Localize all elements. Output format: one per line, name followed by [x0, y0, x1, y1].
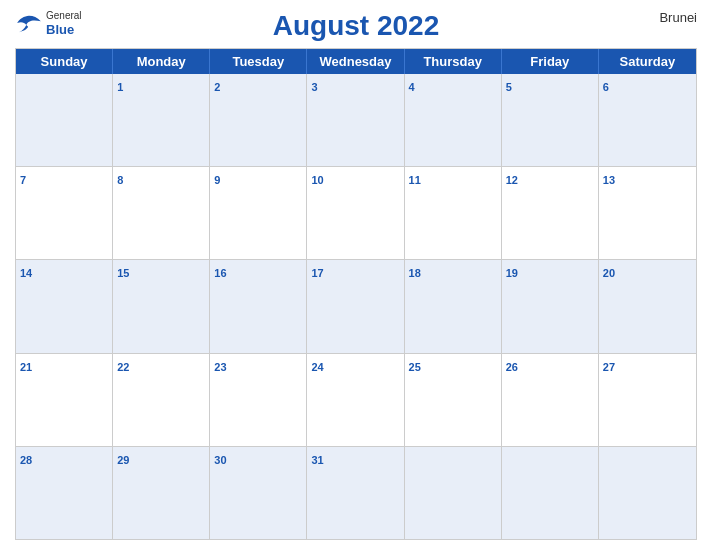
day-number: 9 — [214, 174, 220, 186]
calendar: SundayMondayTuesdayWednesdayThursdayFrid… — [15, 48, 697, 540]
day-header-sunday: Sunday — [16, 49, 113, 74]
week-row-1: 123456 — [16, 74, 696, 166]
logo: General Blue — [15, 10, 82, 38]
day-number: 23 — [214, 361, 226, 373]
day-cell: 10 — [307, 167, 404, 259]
day-cell: 12 — [502, 167, 599, 259]
day-number: 1 — [117, 81, 123, 93]
day-cell: 19 — [502, 260, 599, 352]
day-number: 25 — [409, 361, 421, 373]
day-cell: 28 — [16, 447, 113, 539]
week-row-4: 21222324252627 — [16, 353, 696, 446]
day-number: 29 — [117, 454, 129, 466]
day-number: 28 — [20, 454, 32, 466]
day-number: 21 — [20, 361, 32, 373]
day-header-tuesday: Tuesday — [210, 49, 307, 74]
day-cell: 16 — [210, 260, 307, 352]
page: General Blue August 2022 Brunei SundayMo… — [0, 0, 712, 550]
day-number: 2 — [214, 81, 220, 93]
day-number: 14 — [20, 267, 32, 279]
week-row-5: 28293031 — [16, 446, 696, 539]
day-number: 4 — [409, 81, 415, 93]
day-cell: 29 — [113, 447, 210, 539]
day-cell — [502, 447, 599, 539]
day-cell: 24 — [307, 354, 404, 446]
day-number: 13 — [603, 174, 615, 186]
day-cell: 13 — [599, 167, 696, 259]
day-number: 11 — [409, 174, 421, 186]
day-cell: 9 — [210, 167, 307, 259]
day-number: 26 — [506, 361, 518, 373]
day-cell: 25 — [405, 354, 502, 446]
day-header-monday: Monday — [113, 49, 210, 74]
day-number: 3 — [311, 81, 317, 93]
day-cell: 22 — [113, 354, 210, 446]
week-row-2: 78910111213 — [16, 166, 696, 259]
day-cell: 14 — [16, 260, 113, 352]
week-row-3: 14151617181920 — [16, 259, 696, 352]
logo-text: General Blue — [46, 10, 82, 38]
day-number: 22 — [117, 361, 129, 373]
day-cell: 26 — [502, 354, 599, 446]
day-headers: SundayMondayTuesdayWednesdayThursdayFrid… — [16, 49, 696, 74]
day-number: 19 — [506, 267, 518, 279]
day-cell: 18 — [405, 260, 502, 352]
day-number: 24 — [311, 361, 323, 373]
day-number: 30 — [214, 454, 226, 466]
day-cell: 7 — [16, 167, 113, 259]
day-number: 5 — [506, 81, 512, 93]
day-cell: 3 — [307, 74, 404, 166]
day-cell — [599, 447, 696, 539]
day-header-wednesday: Wednesday — [307, 49, 404, 74]
calendar-title: August 2022 — [273, 10, 440, 42]
day-number: 20 — [603, 267, 615, 279]
day-number: 6 — [603, 81, 609, 93]
day-number: 17 — [311, 267, 323, 279]
day-cell: 21 — [16, 354, 113, 446]
day-cell: 8 — [113, 167, 210, 259]
day-cell: 20 — [599, 260, 696, 352]
logo-general-text: General — [46, 10, 82, 22]
country-label: Brunei — [659, 10, 697, 25]
day-number: 18 — [409, 267, 421, 279]
day-number: 27 — [603, 361, 615, 373]
day-cell: 27 — [599, 354, 696, 446]
day-cell: 4 — [405, 74, 502, 166]
day-number: 10 — [311, 174, 323, 186]
day-number: 16 — [214, 267, 226, 279]
day-cell: 23 — [210, 354, 307, 446]
day-cell: 2 — [210, 74, 307, 166]
day-number: 12 — [506, 174, 518, 186]
day-number: 7 — [20, 174, 26, 186]
header: General Blue August 2022 Brunei — [15, 10, 697, 42]
day-header-saturday: Saturday — [599, 49, 696, 74]
day-header-thursday: Thursday — [405, 49, 502, 74]
day-cell: 17 — [307, 260, 404, 352]
day-cell: 1 — [113, 74, 210, 166]
day-cell: 11 — [405, 167, 502, 259]
day-cell — [405, 447, 502, 539]
bird-icon — [15, 14, 43, 34]
day-cell: 5 — [502, 74, 599, 166]
day-number: 15 — [117, 267, 129, 279]
day-cell: 6 — [599, 74, 696, 166]
calendar-body: 1234567891011121314151617181920212223242… — [16, 74, 696, 539]
logo-blue-text: Blue — [46, 22, 82, 38]
day-header-friday: Friday — [502, 49, 599, 74]
day-cell — [16, 74, 113, 166]
day-number: 8 — [117, 174, 123, 186]
day-cell: 31 — [307, 447, 404, 539]
day-number: 31 — [311, 454, 323, 466]
day-cell: 30 — [210, 447, 307, 539]
day-cell: 15 — [113, 260, 210, 352]
